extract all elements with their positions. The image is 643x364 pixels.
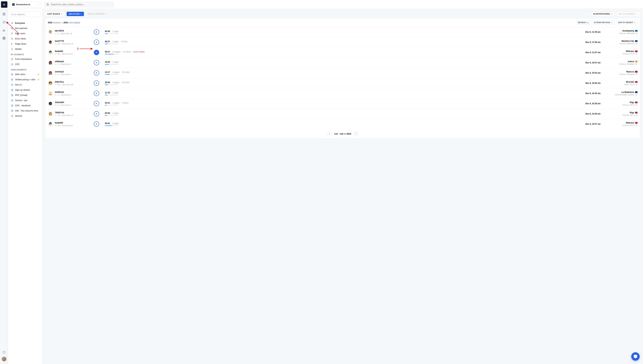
save-segment-button[interactable]: SAVE AS SEGMENT (86, 12, 110, 16)
segment-item[interactable]: Source - cpc (10, 98, 41, 103)
session-row[interactable]: 🧑🏿☆ 3d1be564 2 | Since Dec 8 20:41 2 pag… (45, 98, 640, 109)
add-filter-button[interactable]: ADD FILTER + (67, 12, 84, 16)
svg-rect-67 (55, 94, 56, 95)
go-to-segment-input[interactable]: Go to segment... (10, 12, 41, 17)
app-logo[interactable]: ls (1, 1, 7, 8)
session-row[interactable]: 👨🏻☆ fba9e9f0 54 | Since Oct 22 00:01 1 p… (45, 119, 640, 129)
play-button[interactable] (94, 121, 99, 127)
monitor-icon (635, 124, 637, 126)
segment-item[interactable]: Rage clicks (10, 41, 41, 46)
in-notifications-button[interactable]: IN NOTIFICATIONS (591, 12, 615, 16)
svg-rect-39 (636, 33, 637, 34)
session-progress (105, 115, 118, 116)
segment-label: Source - cpc (15, 99, 40, 102)
favorite-star-icon[interactable]: ☆ (52, 115, 54, 117)
session-user-meta: 1 | Since Dec 8 (55, 94, 71, 96)
play-button[interactable] (94, 101, 99, 106)
svg-rect-9 (4, 30, 4, 31)
session-progress (105, 105, 118, 106)
delete-segment-button[interactable]: DELETE SEGMENT (616, 12, 640, 16)
session-progress (105, 54, 118, 54)
chart-blue-icon (11, 110, 14, 112)
rail-sessions[interactable] (2, 20, 6, 24)
session-duration: 08:37 (105, 40, 110, 43)
svg-point-36 (107, 14, 107, 14)
segment-label: New users (15, 32, 40, 35)
favorite-star-icon[interactable]: ☆ (52, 54, 54, 56)
segment-item[interactable]: With clicks ★ (10, 72, 41, 77)
session-row[interactable]: 👨🏾☆ ba107776 10 | Since Nov 19 08:37 1 p… (45, 37, 640, 48)
session-user-meta: 1 | Since Dec 8 (55, 74, 71, 76)
session-row[interactable]: 👱🏻☆ 943901d3 1 | Since Dec 8 11:33 1 pag… (45, 88, 640, 98)
session-duration: 11:33 (105, 92, 110, 94)
segment-item[interactable]: Error clicks (10, 36, 41, 41)
play-icon (95, 62, 98, 64)
show-users-link[interactable]: show (75, 22, 79, 24)
next-page-button[interactable] (354, 132, 358, 136)
session-row[interactable]: 👩🏼☆ 706007dd 18 | Since Nov 13 00:56 1 p… (45, 109, 640, 119)
segment-item[interactable]: Sign up clicked (10, 87, 41, 92)
session-duration: 13:17 (105, 71, 110, 74)
date-filter-button[interactable]: LAST 30 DAYS (45, 12, 65, 16)
chart-icon (11, 58, 14, 60)
segment-item[interactable]: A/B - Two columns hero (10, 108, 41, 113)
session-row[interactable]: 👨🏼☆ b9c78576 2 | Since Nov 16 00:50 1 pa… (45, 27, 640, 37)
play-button[interactable] (94, 50, 99, 55)
play-button[interactable] (94, 29, 99, 35)
play-button[interactable] (94, 70, 99, 76)
favorite-star-icon[interactable]: ☆ (52, 43, 54, 46)
session-pages: 2 pages (112, 81, 120, 84)
segment-item[interactable]: CPC (10, 62, 41, 67)
global-search[interactable] (44, 2, 114, 7)
flag-icon (635, 40, 637, 42)
session-avatar: 👨🏻☆ (48, 122, 53, 126)
favorite-star-icon[interactable]: ☆ (52, 64, 54, 66)
segment-item[interactable]: New users (10, 31, 41, 36)
favorite-star-icon[interactable]: ☆ (52, 104, 54, 107)
refresh-button[interactable]: REFRESH (576, 20, 590, 24)
segment-item[interactable]: Not LS (10, 82, 41, 87)
session-clicks: 29 clicks (122, 81, 130, 84)
session-row[interactable]: 👩🏽☆ 1e4c0aa2 1 | Since Dec 8 13:17 4 pag… (45, 68, 640, 78)
session-system: Chrome, Windows (619, 63, 637, 65)
check-icon (611, 13, 612, 15)
search-input[interactable] (51, 3, 112, 6)
play-button[interactable] (94, 60, 99, 65)
prev-page-button[interactable] (327, 132, 332, 136)
segment-label: A/B - Two columns hero (15, 110, 40, 112)
favorite-star-icon[interactable]: ☆ (52, 84, 54, 86)
segment-item[interactable]: Visited pricing + click ★ (10, 77, 41, 82)
segment-item[interactable]: PPC (Gmail) (10, 92, 41, 98)
session-row[interactable]: 👩🏾☆ e548ada4 2 | Since Dec 8 19:20 1 pag… (45, 58, 640, 68)
session-row[interactable]: 🧑☆ 639e76ca 42 | Since Nov 26 28:59 2 pa… (45, 78, 640, 88)
monitor-icon (635, 114, 637, 116)
rail-settings[interactable] (2, 36, 6, 40)
favorite-star-icon[interactable]: ☆ (52, 94, 54, 96)
favorite-star-icon[interactable]: ☆ (52, 74, 54, 76)
svg-rect-3 (4, 13, 5, 14)
favorite-star-icon[interactable]: ☆ (52, 125, 54, 127)
play-button[interactable] (94, 111, 99, 116)
segment-item[interactable]: Everyone (10, 20, 41, 26)
play-button[interactable] (94, 91, 99, 96)
segment-item[interactable]: Form interactions (10, 56, 41, 62)
segment-item[interactable]: CPC - facebook (10, 103, 41, 108)
per-page-button[interactable]: 10 ITEMS PER PAGE (592, 20, 614, 24)
favorite-star-icon[interactable]: ☆ (52, 33, 54, 35)
left-rail (0, 9, 8, 141)
segment-item[interactable]: Not watched (10, 26, 41, 31)
session-row[interactable]: 👨🏻☆ fba9e9f0 54 | Since Oct 22 59:27 45 … (45, 48, 640, 58)
sort-button[interactable]: SORT BY NEWEST (616, 20, 637, 24)
session-pages: 1 page (112, 122, 119, 124)
play-button[interactable] (94, 80, 99, 86)
play-button[interactable] (94, 40, 99, 45)
svg-rect-2 (3, 13, 4, 14)
segment-item[interactable]: devtool (10, 113, 41, 118)
workspace-selector[interactable]: ls livesession.io (10, 2, 41, 7)
visits-icon (55, 125, 57, 126)
play-icon (95, 113, 98, 115)
rail-dashboard[interactable] (2, 12, 6, 16)
session-progress (105, 125, 118, 126)
rail-analytics[interactable] (2, 28, 6, 32)
segment-item[interactable]: Mobile (10, 46, 41, 52)
